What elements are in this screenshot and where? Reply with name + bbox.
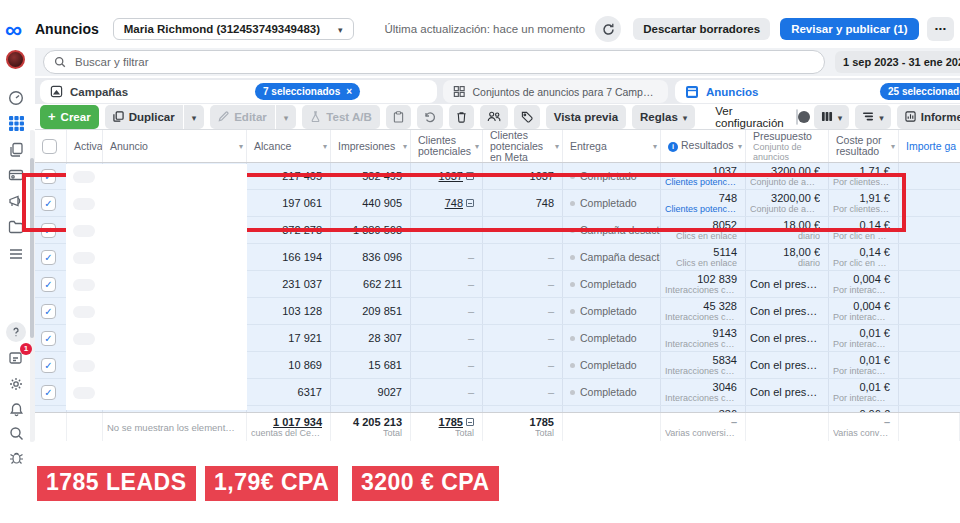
header-checkbox-cell bbox=[35, 130, 67, 162]
discard-drafts-button[interactable]: Descartar borradores bbox=[633, 18, 770, 40]
updates-icon[interactable]: 1 bbox=[6, 348, 26, 368]
info-icon[interactable] bbox=[668, 142, 678, 152]
activa-toggle[interactable] bbox=[73, 306, 95, 318]
cell-importe-gastado bbox=[899, 298, 960, 324]
tab-campaigns[interactable]: Campañas 7 seleccionados bbox=[40, 80, 437, 103]
activa-toggle[interactable] bbox=[73, 333, 95, 345]
campaigns-megaphone-icon[interactable] bbox=[6, 191, 26, 211]
preview-button[interactable]: Vista previa bbox=[546, 105, 626, 129]
cell-clientes-potenciales: – bbox=[411, 217, 483, 243]
row-checkbox[interactable] bbox=[41, 250, 56, 265]
header-importe-gastado[interactable]: Importe ga bbox=[899, 130, 960, 162]
ads-manager-grid-icon[interactable] bbox=[6, 113, 26, 133]
duplicate-button[interactable]: Duplicar bbox=[105, 105, 183, 129]
activa-toggle[interactable] bbox=[73, 225, 95, 237]
cell-alcance: 6317 bbox=[247, 379, 331, 405]
expand-metric-icon[interactable] bbox=[466, 418, 474, 426]
search-nav-icon[interactable] bbox=[6, 423, 26, 443]
header-alcance[interactable]: Alcance▾ bbox=[247, 130, 331, 162]
tag-button[interactable] bbox=[514, 105, 540, 129]
search-filter-box[interactable] bbox=[43, 50, 825, 74]
header-activa[interactable]: Activa bbox=[67, 130, 103, 162]
scrollbar-thumb[interactable] bbox=[30, 158, 34, 338]
more-options-button[interactable] bbox=[927, 17, 955, 41]
bug-report-icon[interactable] bbox=[6, 447, 26, 467]
header-impresiones[interactable]: Impresiones▾ bbox=[331, 130, 411, 162]
header-clientes-potenciales-meta[interactable]: Clientes potenciales en Meta▾ bbox=[483, 130, 563, 162]
select-all-checkbox[interactable] bbox=[42, 139, 57, 154]
cell-presupuesto: Con el presupues... bbox=[746, 298, 829, 324]
expand-metric-icon[interactable] bbox=[466, 199, 474, 207]
columns-button[interactable] bbox=[814, 105, 850, 129]
edit-button[interactable]: Editar bbox=[210, 105, 275, 129]
duplicate-caret-button[interactable] bbox=[184, 105, 205, 129]
tab-adsets[interactable]: Conjuntos de anuncios para 7 Campañas bbox=[443, 80, 668, 103]
metric-link[interactable]: 1037 bbox=[439, 170, 463, 182]
edit-caret-button[interactable] bbox=[276, 105, 297, 129]
undo-button[interactable] bbox=[417, 105, 443, 129]
pages-icon[interactable] bbox=[6, 139, 26, 159]
media-folder-icon[interactable] bbox=[6, 217, 26, 237]
metric-link[interactable]: 748 bbox=[445, 197, 463, 209]
header-coste-por-resultado[interactable]: Coste por resultado▾ bbox=[829, 130, 899, 162]
account-name: Maria Richmond (312453749349483) bbox=[124, 23, 320, 35]
activa-toggle[interactable] bbox=[73, 198, 95, 210]
result-type-label: Interacciones con la.. bbox=[665, 339, 737, 349]
cell-resultados: 5834Interacciones con la.. bbox=[661, 352, 746, 378]
row-checkbox[interactable] bbox=[41, 304, 56, 319]
rules-button[interactable]: Reglas bbox=[632, 105, 695, 129]
row-checkbox[interactable] bbox=[41, 358, 56, 373]
delete-button[interactable] bbox=[449, 105, 474, 129]
activa-toggle[interactable] bbox=[73, 171, 95, 183]
review-publish-button[interactable]: Revisar y publicar (1) bbox=[780, 18, 918, 40]
search-input[interactable] bbox=[73, 55, 814, 69]
activa-toggle[interactable] bbox=[73, 252, 95, 264]
account-selector[interactable]: Maria Richmond (312453749349483) bbox=[113, 18, 354, 40]
clipboard-button[interactable] bbox=[386, 105, 411, 129]
cell-alcance: 372 278 bbox=[247, 217, 331, 243]
result-type-label[interactable]: Clientes potenciale.. bbox=[665, 204, 737, 214]
cell-coste: 0,01 €Por interacción bbox=[829, 379, 899, 405]
breakdown-button[interactable] bbox=[855, 105, 891, 129]
row-checkbox[interactable] bbox=[41, 223, 56, 238]
row-checkbox[interactable] bbox=[41, 196, 56, 211]
clear-selection-icon[interactable] bbox=[346, 86, 352, 97]
notifications-bell-icon[interactable] bbox=[6, 399, 26, 419]
cell-clientes-potenciales: 748 bbox=[411, 190, 483, 216]
ab-test-label: Test A/B bbox=[326, 111, 371, 123]
activa-toggle[interactable] bbox=[73, 387, 95, 399]
settings-gear-icon[interactable] bbox=[6, 374, 26, 394]
tab-ads[interactable]: Anuncios 25 seleccionados bbox=[675, 80, 960, 103]
header-entrega[interactable]: Entrega▾ bbox=[563, 130, 661, 162]
activa-toggle[interactable] bbox=[73, 360, 95, 372]
ab-test-button[interactable]: Test A/B bbox=[302, 105, 379, 129]
cell-presupuesto: Con el presupues... bbox=[746, 325, 829, 351]
adsets-tab-icon bbox=[453, 85, 465, 98]
header-anuncio[interactable]: Anuncio▾ bbox=[103, 130, 247, 162]
meta-logo-icon[interactable]: ∞ bbox=[5, 18, 22, 42]
profile-avatar[interactable] bbox=[6, 50, 25, 69]
activa-toggle[interactable] bbox=[73, 279, 95, 291]
campaigns-selected-pill[interactable]: 7 seleccionados bbox=[255, 83, 360, 100]
row-checkbox[interactable] bbox=[41, 331, 56, 346]
refresh-button[interactable] bbox=[595, 16, 621, 42]
header-clientes-potenciales[interactable]: Clientes potenciales▾ bbox=[411, 130, 483, 162]
billing-icon[interactable] bbox=[6, 165, 26, 185]
reports-button[interactable]: Informes bbox=[897, 105, 960, 129]
assign-users-button[interactable] bbox=[480, 105, 508, 129]
row-checkbox[interactable] bbox=[41, 169, 56, 184]
ads-selected-pill[interactable]: 25 seleccionados bbox=[880, 83, 960, 100]
cell-importe-gastado bbox=[899, 163, 960, 189]
view-settings-toggle[interactable] bbox=[796, 109, 798, 125]
menu-icon[interactable] bbox=[6, 244, 26, 264]
help-icon[interactable] bbox=[6, 322, 26, 342]
result-type-label[interactable]: Clientes potenciale.. bbox=[665, 177, 737, 187]
home-gauge-icon[interactable] bbox=[6, 88, 26, 108]
row-checkbox[interactable] bbox=[41, 277, 56, 292]
create-button[interactable]: +Crear bbox=[40, 105, 99, 129]
header-resultados[interactable]: Resultados▾ bbox=[661, 130, 746, 162]
date-range-selector[interactable]: 1 sep 2023 - 31 ene 2024 bbox=[835, 51, 960, 73]
row-checkbox[interactable] bbox=[41, 385, 56, 400]
expand-metric-icon[interactable] bbox=[466, 172, 474, 180]
header-presupuesto[interactable]: PresupuestoConjunto de anuncios bbox=[746, 130, 829, 162]
